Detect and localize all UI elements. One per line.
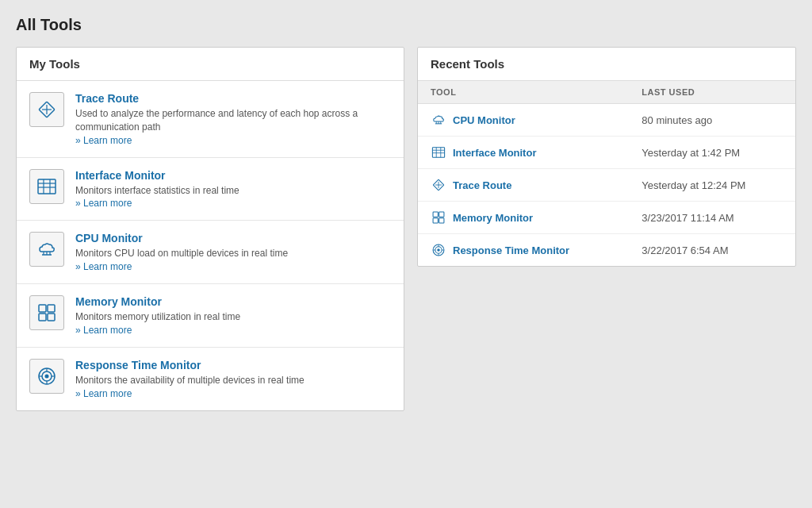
memory-monitor-learn-more[interactable]: » Learn more xyxy=(75,325,132,336)
recent-tools-table: TOOL LAST USED CPU Monitor 80 minutes ag… xyxy=(418,81,795,266)
cpu-monitor-info: CPU Monitor Monitors CPU load on multipl… xyxy=(75,232,391,272)
response-time-monitor-learn-more[interactable]: » Learn more xyxy=(75,388,132,399)
col-last-used: LAST USED xyxy=(629,81,795,104)
tool-item: Interface Monitor Monitors interface sta… xyxy=(17,158,404,221)
cpu-monitor-learn-more[interactable]: » Learn more xyxy=(75,261,132,272)
trace-route-learn-more[interactable]: » Learn more xyxy=(75,135,132,146)
trace-route-info: Trace Route Used to analyze the performa… xyxy=(75,92,391,146)
tool-item: Trace Route Used to analyze the performa… xyxy=(17,81,404,158)
memory-monitor-last-used: 3/23/2017 11:14 AM xyxy=(629,202,795,234)
col-tool: TOOL xyxy=(418,81,629,104)
recent-tools-body: CPU Monitor 80 minutes ago Interface Mon… xyxy=(418,104,795,267)
response-time-monitor-recent-name[interactable]: Response Time Monitor xyxy=(431,242,616,258)
interface-monitor-name[interactable]: Interface Monitor xyxy=(75,169,166,182)
trace-route-recent-icon xyxy=(431,177,446,193)
my-tools-header: My Tools xyxy=(17,48,404,81)
recent-tools-header: Recent Tools xyxy=(418,48,795,81)
memory-monitor-name[interactable]: Memory Monitor xyxy=(75,295,162,308)
trace-route-last-used: Yesterday at 12:24 PM xyxy=(629,169,795,202)
interface-monitor-info: Interface Monitor Monitors interface sta… xyxy=(75,169,391,210)
response-time-monitor-last-used: 3/22/2017 6:54 AM xyxy=(629,234,795,267)
response-time-monitor-recent-cell: Response Time Monitor xyxy=(418,234,629,267)
recent-tool-row: Interface Monitor Yesterday at 1:42 PM xyxy=(418,137,795,169)
response-time-monitor-name[interactable]: Response Time Monitor xyxy=(75,359,201,371)
recent-tools-panel: Recent Tools TOOL LAST USED CPU Monitor … xyxy=(417,47,796,267)
interface-monitor-desc: Monitors interface statistics in real ti… xyxy=(75,184,391,198)
memory-monitor-recent-cell: Memory Monitor xyxy=(418,202,629,234)
tool-item: Response Time Monitor Monitors the avail… xyxy=(17,348,404,410)
trace-route-name[interactable]: Trace Route xyxy=(75,92,139,105)
cpu-monitor-icon xyxy=(29,232,64,267)
cpu-monitor-recent-icon xyxy=(431,112,446,128)
recent-tool-row: Memory Monitor 3/23/2017 11:14 AM xyxy=(418,202,795,234)
recent-tool-row: Response Time Monitor 3/22/2017 6:54 AM xyxy=(418,234,795,267)
interface-monitor-icon xyxy=(29,169,64,204)
interface-monitor-recent-name[interactable]: Interface Monitor xyxy=(431,144,616,160)
cpu-monitor-recent-name[interactable]: CPU Monitor xyxy=(431,112,616,128)
tool-item: Memory Monitor Monitors memory utilizati… xyxy=(17,284,404,348)
page-title: All Tools xyxy=(16,16,796,34)
trace-route-recent-name[interactable]: Trace Route xyxy=(431,177,616,193)
trace-route-recent-cell: Trace Route xyxy=(418,169,629,202)
response-time-monitor-icon xyxy=(29,359,64,394)
response-time-monitor-desc: Monitors the availability of multiple de… xyxy=(75,374,391,387)
response-time-monitor-recent-icon xyxy=(431,242,446,258)
cpu-monitor-recent-cell: CPU Monitor xyxy=(418,104,629,137)
my-tools-list: Trace Route Used to analyze the performa… xyxy=(17,81,404,410)
memory-monitor-icon xyxy=(29,295,64,330)
recent-tool-row: Trace Route Yesterday at 12:24 PM xyxy=(418,169,795,202)
memory-monitor-info: Memory Monitor Monitors memory utilizati… xyxy=(75,295,391,336)
memory-monitor-recent-icon xyxy=(431,210,446,225)
memory-monitor-recent-name[interactable]: Memory Monitor xyxy=(431,210,616,225)
interface-monitor-learn-more[interactable]: » Learn more xyxy=(75,198,132,209)
cpu-monitor-name[interactable]: CPU Monitor xyxy=(75,232,143,244)
interface-monitor-recent-cell: Interface Monitor xyxy=(418,137,629,169)
recent-tool-row: CPU Monitor 80 minutes ago xyxy=(418,104,795,137)
my-tools-panel: My Tools Trace Route Used to analyze the… xyxy=(16,47,404,411)
interface-monitor-recent-icon xyxy=(431,144,446,160)
cpu-monitor-last-used: 80 minutes ago xyxy=(629,104,795,137)
memory-monitor-desc: Monitors memory utilization in real time xyxy=(75,310,391,324)
cpu-monitor-desc: Monitors CPU load on multiple devices in… xyxy=(75,247,391,260)
trace-route-icon xyxy=(29,92,64,127)
trace-route-desc: Used to analyze the performance and late… xyxy=(75,107,391,134)
panels-container: My Tools Trace Route Used to analyze the… xyxy=(16,47,796,411)
tool-item: CPU Monitor Monitors CPU load on multipl… xyxy=(17,221,404,284)
response-time-monitor-info: Response Time Monitor Monitors the avail… xyxy=(75,359,391,399)
interface-monitor-last-used: Yesterday at 1:42 PM xyxy=(629,137,795,169)
recent-table-header-row: TOOL LAST USED xyxy=(418,81,795,104)
